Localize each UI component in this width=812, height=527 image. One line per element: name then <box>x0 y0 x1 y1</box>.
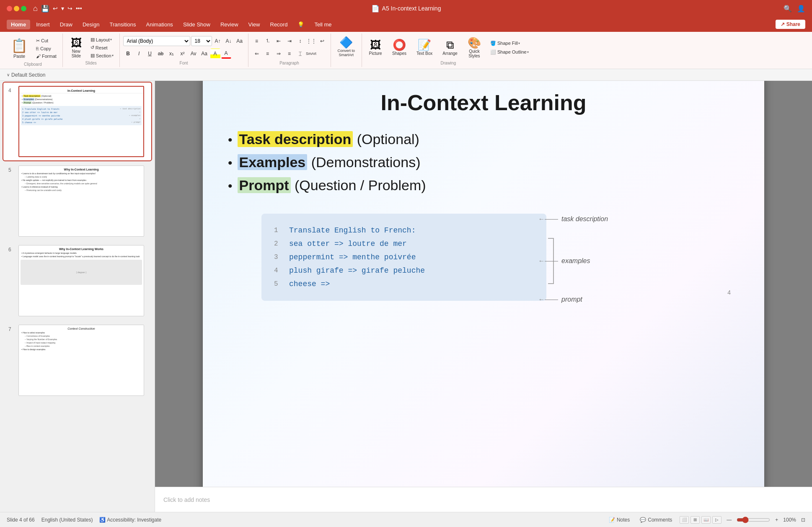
menu-design[interactable]: Design <box>78 20 103 29</box>
font-case-button[interactable]: Aa <box>199 49 209 59</box>
bullet-1-rest: (Optional) <box>357 131 419 147</box>
slide-bullet-1[interactable]: • Task description (Optional) <box>228 128 739 151</box>
clipboard-group: 📋 Paste ✂ Cut ⎘ Copy 🖌 Format <box>3 34 63 67</box>
quick-styles-icon: 🎨 <box>468 37 481 48</box>
quick-styles-button[interactable]: 🎨 QuickStyles <box>464 36 484 60</box>
menu-tellme[interactable]: Tell me <box>310 20 336 29</box>
reading-view-button[interactable]: 📖 <box>701 516 711 524</box>
convert-smartart-button[interactable]: 🔷 Convert toSmartArt <box>334 35 359 59</box>
code-box[interactable]: 1 Translate English to French: 2 sea ott… <box>261 214 546 301</box>
strikethrough-button[interactable]: ab <box>156 49 166 59</box>
smartart-button[interactable]: SmArt <box>306 49 316 59</box>
slides-group: 🖼 NewSlide ▤ Layout ▾ ↺ Reset ▤ <box>63 34 120 67</box>
align-center-button[interactable]: ≡ <box>263 49 273 59</box>
close-button[interactable] <box>7 6 12 11</box>
bullet-2-rest: (Demonstrations) <box>311 154 421 170</box>
zoom-minus[interactable]: — <box>727 517 732 523</box>
numbered-list-button[interactable]: ⒈ <box>263 36 273 46</box>
slide-canvas-area[interactable]: In-Context Learning • Task description (… <box>155 81 812 487</box>
font-size-select[interactable]: 18 <box>191 36 212 46</box>
share-icon[interactable]: 👤 <box>797 5 805 13</box>
clear-format-button[interactable]: Aa <box>235 36 245 46</box>
char-spacing-button[interactable]: Av <box>189 49 199 59</box>
menu-insert[interactable]: Insert <box>32 20 54 29</box>
menu-home[interactable]: Home <box>7 20 30 29</box>
font-color-button[interactable]: A <box>221 49 231 59</box>
align-left-button[interactable]: ⇐ <box>252 49 262 59</box>
zoom-plus[interactable]: + <box>775 517 778 523</box>
menu-slideshow[interactable]: Slide Show <box>179 20 215 29</box>
italic-button[interactable]: I <box>134 49 144 59</box>
font-increase-button[interactable]: A↑ <box>213 36 223 46</box>
search-icon[interactable]: 🔍 <box>784 5 792 13</box>
notes-button[interactable]: 📝 Notes <box>606 516 632 524</box>
save-icon[interactable]: 💾 <box>41 5 49 13</box>
superscript-button[interactable]: x² <box>178 49 188 59</box>
menu-animations[interactable]: Animations <box>142 20 177 29</box>
menu-light-bulb[interactable]: 💡 <box>293 20 308 29</box>
slide-canvas[interactable]: In-Context Learning • Task description (… <box>203 81 764 487</box>
copy-button[interactable]: ⎘ Copy <box>34 45 59 52</box>
undo-dropdown-icon[interactable]: ▾ <box>61 5 64 12</box>
menu-record[interactable]: Record <box>266 20 292 29</box>
shape-outline-button[interactable]: ⬜ Shape Outline ▾ <box>488 49 531 56</box>
menu-view[interactable]: View <box>244 20 264 29</box>
section-button[interactable]: ▤ Section ▾ <box>88 52 116 59</box>
font-decrease-button[interactable]: A↓ <box>224 36 234 46</box>
font-family-select[interactable]: Arial (Body) <box>123 36 190 46</box>
slide-thumb-5[interactable]: 5 Why In-Context Learning • Learns to do… <box>3 162 151 240</box>
format-button[interactable]: 🖌 Format <box>34 53 59 59</box>
slide-5-preview: Why In-Context Learning • Learns to do a… <box>18 165 144 237</box>
fit-to-window-icon[interactable]: ⊡ <box>801 517 805 523</box>
arrange-button[interactable]: ⧉ Arrange <box>439 38 461 57</box>
arrange-icon: ⧉ <box>446 39 454 50</box>
shapes-button[interactable]: ⭕ Shapes <box>389 38 410 57</box>
underline-button[interactable]: U <box>145 49 155 59</box>
line-spacing-button[interactable]: ↕ <box>295 36 305 46</box>
text-direction-button[interactable]: ↩ <box>317 36 327 46</box>
redo-icon[interactable]: ↪ <box>67 5 72 12</box>
reset-button[interactable]: ↺ Reset <box>88 44 116 51</box>
menu-draw[interactable]: Draw <box>56 20 77 29</box>
normal-view-button[interactable]: ⬜ <box>680 516 689 524</box>
slide-bullet-3[interactable]: • Prompt (Question / Problem) <box>228 174 739 197</box>
undo-icon[interactable]: ↩ <box>53 5 58 12</box>
menu-transitions[interactable]: Transitions <box>105 20 140 29</box>
more-icon[interactable]: ••• <box>76 5 82 12</box>
notes-placeholder[interactable]: Click to add notes <box>163 496 210 503</box>
increase-indent-button[interactable]: ⇥ <box>284 36 295 46</box>
slide-sorter-button[interactable]: ⊞ <box>690 516 700 524</box>
highlight-button[interactable]: A <box>210 49 220 59</box>
slide-thumb-7[interactable]: 7 Context Construction • How to select e… <box>3 321 151 399</box>
layout-button[interactable]: ▤ Layout ▾ <box>88 36 116 43</box>
align-right-button[interactable]: ⇒ <box>274 49 284 59</box>
slide-bullet-2[interactable]: • Examples (Demonstrations) <box>228 151 739 174</box>
comments-button[interactable]: 💬 Comments <box>637 516 675 524</box>
menu-review[interactable]: Review <box>216 20 243 29</box>
bullet-list-button[interactable]: ≡ <box>252 36 262 46</box>
accessibility-info[interactable]: ♿ Accessibility: Investigate <box>99 517 161 523</box>
slide-thumb-4[interactable]: 4 In-Context Learning • Task description… <box>3 83 151 160</box>
maximize-button[interactable] <box>21 6 26 11</box>
home-icon[interactable]: ⌂ <box>33 4 38 13</box>
subscript-button[interactable]: x₁ <box>167 49 177 59</box>
minimize-button[interactable] <box>14 6 19 11</box>
zoom-slider[interactable] <box>737 517 770 523</box>
new-slide-button[interactable]: 🖼 NewSlide <box>66 36 86 60</box>
share-button[interactable]: ↗ Share <box>776 20 805 29</box>
align-top-button[interactable]: ⌶ <box>295 49 305 59</box>
picture-button[interactable]: 🖼 Picture <box>365 38 385 57</box>
section-chevron[interactable]: ∨ <box>7 72 10 77</box>
slideshow-view-button[interactable]: ▷ <box>712 516 721 524</box>
slide-main-title[interactable]: In-Context Learning <box>228 90 739 115</box>
justify-button[interactable]: ≡ <box>284 49 295 59</box>
cut-button[interactable]: ✂ Cut <box>34 37 59 44</box>
paste-button[interactable]: 📋 Paste <box>7 35 32 61</box>
shape-fill-button[interactable]: 🪣 Shape Fill ▾ <box>488 40 531 47</box>
bold-button[interactable]: B <box>123 49 133 59</box>
slide-thumb-6[interactable]: 6 Why In-Context Learning Works • A myst… <box>3 242 151 320</box>
columns-button[interactable]: ⋮⋮ <box>306 36 316 46</box>
text-box-button[interactable]: 📝 Text Box <box>413 38 436 57</box>
notes-area[interactable]: Click to add notes <box>155 487 812 512</box>
decrease-indent-button[interactable]: ⇤ <box>274 36 284 46</box>
